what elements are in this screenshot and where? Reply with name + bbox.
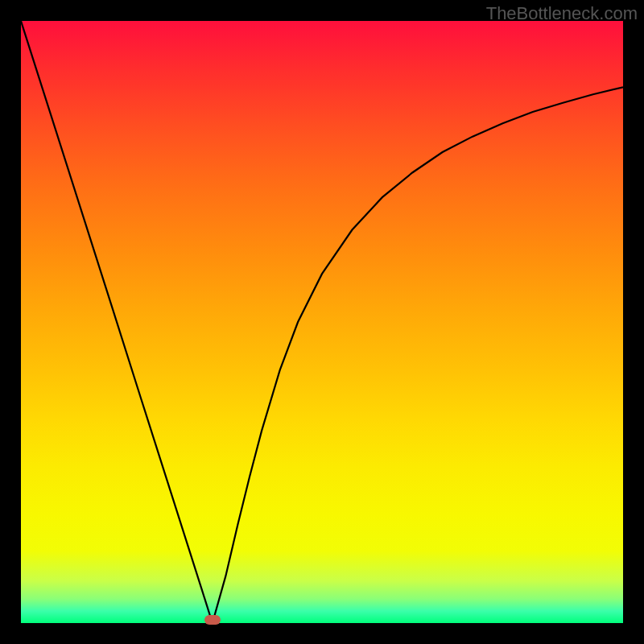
bottleneck-curve xyxy=(21,21,623,623)
watermark-text: TheBottleneck.com xyxy=(486,3,638,24)
plot-area xyxy=(21,21,623,623)
chart-container: TheBottleneck.com xyxy=(0,0,644,644)
optimal-point-marker xyxy=(204,615,221,625)
